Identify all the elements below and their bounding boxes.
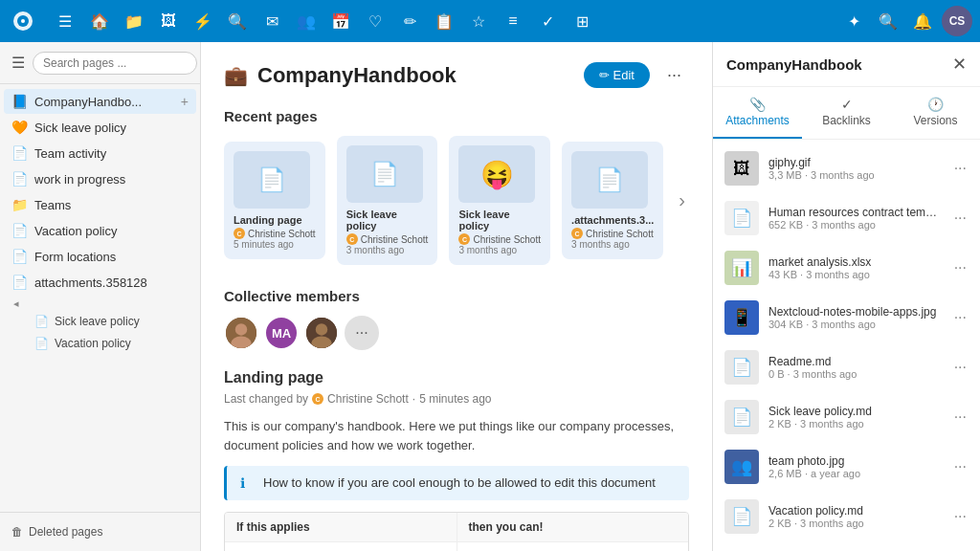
attachment-name-giphy: giphy.gif bbox=[768, 156, 943, 169]
more-options-button[interactable]: ··· bbox=[659, 61, 689, 89]
check-icon[interactable]: ✓ bbox=[532, 6, 563, 36]
attachment-more-market[interactable]: ··· bbox=[952, 257, 969, 278]
author-avatar: C bbox=[234, 228, 245, 239]
tab-attachments[interactable]: 📎 Attachments bbox=[713, 87, 802, 139]
sidebar-item-work-in-progress[interactable]: 📄 work in progress bbox=[4, 166, 196, 191]
attachment-more-giphy[interactable]: ··· bbox=[952, 158, 969, 179]
attachment-meta-market: 43 KB · 3 months ago bbox=[768, 269, 943, 280]
home-icon[interactable]: 🏠 bbox=[84, 6, 115, 36]
card-author-landing: C Christine Schott bbox=[234, 228, 316, 239]
attachment-more-vacation-md[interactable]: ··· bbox=[952, 506, 969, 527]
attachments-folder-icon: 📄 bbox=[11, 275, 29, 290]
info-box-text: How to know if you are cool enough to be… bbox=[263, 475, 656, 490]
member-avatar-3[interactable] bbox=[304, 316, 339, 350]
sidebar-item-label: attachments.358128 bbox=[34, 276, 189, 290]
author-avatar: C bbox=[571, 228, 583, 239]
recent-pages-list: 📄 Landing page C Christine Schott 5 minu… bbox=[224, 136, 689, 265]
member-avatar-1[interactable] bbox=[224, 316, 258, 350]
tab-backlinks[interactable]: ✓ Backlinks bbox=[802, 87, 891, 139]
member-more-button[interactable]: ··· bbox=[345, 316, 379, 350]
attachments-tab-icon: 📎 bbox=[749, 97, 766, 112]
sidebar-item-team-activity[interactable]: 📄 Team activity bbox=[4, 141, 196, 165]
tasks-icon[interactable]: 📋 bbox=[429, 6, 459, 36]
menu-icon[interactable]: ☰ bbox=[50, 6, 80, 36]
form-icon: 📄 bbox=[11, 249, 29, 264]
page-card-attach[interactable]: 📄 .attachments.3... C Christine Schott 3… bbox=[562, 142, 663, 259]
next-page-arrow[interactable]: › bbox=[675, 186, 689, 215]
edit-nav-icon[interactable]: ✏ bbox=[394, 6, 425, 36]
grid-icon[interactable]: ⊞ bbox=[567, 6, 597, 36]
attachment-info-nextcloud: Nextcloud-notes-mobile-apps.jpg 304 KB ·… bbox=[768, 305, 943, 330]
close-panel-button[interactable]: ✕ bbox=[952, 54, 967, 75]
attachment-more-sick-leave-md[interactable]: ··· bbox=[952, 407, 969, 428]
members-section: Collective members MA ··· bbox=[224, 288, 689, 350]
attachment-meta-sick-leave-md: 2 KB · 3 months ago bbox=[768, 418, 943, 430]
sidebar-item-vacation-policy[interactable]: 📄 Vacation policy bbox=[4, 218, 196, 243]
attachment-more-nextcloud[interactable]: ··· bbox=[952, 307, 969, 328]
top-navigation: ☰ 🏠 📁 🖼 ⚡ 🔍 ✉ 👥 📅 ♡ ✏ 📋 ☆ ≡ ✓ ⊞ ✦ 🔍 🔔 CS bbox=[0, 0, 980, 42]
heart-icon[interactable]: ♡ bbox=[360, 6, 390, 36]
photos-icon[interactable]: 🖼 bbox=[153, 6, 184, 36]
attachment-meta-giphy: 3,3 MB · 3 months ago bbox=[768, 169, 943, 181]
attachment-more-readme[interactable]: ··· bbox=[952, 357, 969, 378]
plus-icon[interactable]: ✦ bbox=[838, 6, 869, 36]
edit-button[interactable]: ✏ Edit bbox=[584, 62, 650, 88]
sidebar-items: 📘 CompanyHandbo... ··· + 🧡 Sick leave po… bbox=[0, 84, 200, 512]
attachment-thumb-readme: 📄 bbox=[724, 350, 759, 385]
mail-icon[interactable]: ✉ bbox=[256, 6, 287, 36]
attachment-market[interactable]: 📊 market analysis.xlsx 43 KB · 3 months … bbox=[713, 243, 980, 293]
contacts-icon[interactable]: 👥 bbox=[291, 6, 322, 36]
sidebar-item-label: Team activity bbox=[34, 146, 189, 161]
attachment-sick-leave-md[interactable]: 📄 Sick leave policy.md 2 KB · 3 months a… bbox=[713, 392, 980, 442]
attachment-name-team-photo: team photo.jpg bbox=[768, 454, 943, 468]
sidebar-hamburger[interactable]: ☰ bbox=[8, 50, 29, 76]
right-panel-title: CompanyHandbook bbox=[726, 56, 862, 73]
attachment-giphy[interactable]: 🖼 giphy.gif 3,3 MB · 3 months ago ··· bbox=[713, 143, 980, 193]
table-cell-col1: Your name is Christine bbox=[225, 542, 457, 551]
card-time-landing: 5 minutes ago bbox=[234, 239, 316, 250]
files-icon[interactable]: 📁 bbox=[119, 6, 149, 36]
attachment-thumb-market: 📊 bbox=[724, 251, 759, 285]
attachment-name-sick-leave-md: Sick leave policy.md bbox=[768, 405, 943, 418]
attachment-more-hr[interactable]: ··· bbox=[952, 208, 969, 229]
star-icon[interactable]: ☆ bbox=[463, 6, 494, 36]
sidebar-item-teams[interactable]: 📁 Teams bbox=[4, 192, 196, 217]
logo-icon[interactable] bbox=[8, 6, 38, 36]
search-icon[interactable]: 🔍 bbox=[873, 6, 903, 36]
sidebar-item-attachments[interactable]: 📄 attachments.358128 bbox=[4, 270, 196, 295]
calendar-icon[interactable]: 📅 bbox=[325, 6, 356, 36]
activity-icon[interactable]: ⚡ bbox=[188, 6, 218, 36]
search-nav-icon[interactable]: 🔍 bbox=[222, 6, 253, 36]
search-input[interactable] bbox=[33, 52, 197, 75]
sidebar-item-sick-leave[interactable]: 🧡 Sick leave policy bbox=[4, 115, 196, 140]
sidebar-item-companyhb[interactable]: 📘 CompanyHandbo... ··· + bbox=[4, 89, 196, 114]
sidebar-item-form-locations[interactable]: 📄 Form locations bbox=[4, 244, 196, 269]
attachment-info-market: market analysis.xlsx 43 KB · 3 months ag… bbox=[768, 255, 943, 280]
tab-versions[interactable]: 🕐 Versions bbox=[891, 87, 980, 139]
notifications-icon[interactable]: 🔔 bbox=[907, 6, 938, 36]
sidebar-sub-vacation[interactable]: 📄 Vacation policy bbox=[4, 333, 196, 354]
attachment-nextcloud[interactable]: 📱 Nextcloud-notes-mobile-apps.jpg 304 KB… bbox=[713, 293, 980, 342]
page-card-sick1[interactable]: 📄 Sick leave policy C Christine Schott 3… bbox=[337, 136, 438, 265]
attachment-readme[interactable]: 📄 Readme.md 0 B · 3 months ago ··· bbox=[713, 342, 980, 392]
avatar[interactable]: CS bbox=[942, 6, 972, 36]
last-changed-author: Christine Schott bbox=[327, 392, 409, 406]
attachments-list: 🖼 giphy.gif 3,3 MB · 3 months ago ··· 📄 … bbox=[713, 140, 980, 551]
attachment-team-photo[interactable]: 👥 team photo.jpg 2,6 MB · a year ago ··· bbox=[713, 442, 980, 492]
work-icon: 📄 bbox=[11, 171, 29, 187]
deleted-pages-item[interactable]: 🗑 Deleted pages bbox=[8, 520, 192, 543]
profile-icon[interactable]: CS bbox=[942, 6, 972, 36]
attachment-hr[interactable]: 📄 Human resources contract template.pdf … bbox=[713, 193, 980, 243]
attachment-more-team-photo[interactable]: ··· bbox=[952, 456, 969, 477]
member-avatar-2[interactable]: MA bbox=[264, 316, 299, 350]
page-card-landing[interactable]: 📄 Landing page C Christine Schott 5 minu… bbox=[224, 142, 325, 259]
list-icon[interactable]: ≡ bbox=[498, 6, 528, 36]
svg-point-4 bbox=[235, 323, 247, 335]
card-icon-sick2: 😝 bbox=[458, 145, 535, 203]
page-card-sick2[interactable]: 😝 Sick leave policy C Christine Schott 3… bbox=[449, 136, 550, 265]
info-box: ℹ How to know if you are cool enough to … bbox=[224, 466, 689, 500]
item-plus-icon[interactable]: + bbox=[181, 94, 189, 109]
attachment-vacation-md[interactable]: 📄 Vacation policy.md 2 KB · 3 months ago… bbox=[713, 492, 980, 541]
card-title-sick2: Sick leave policy bbox=[458, 209, 541, 231]
sidebar-sub-sick-leave[interactable]: 📄 Sick leave policy bbox=[4, 311, 196, 332]
